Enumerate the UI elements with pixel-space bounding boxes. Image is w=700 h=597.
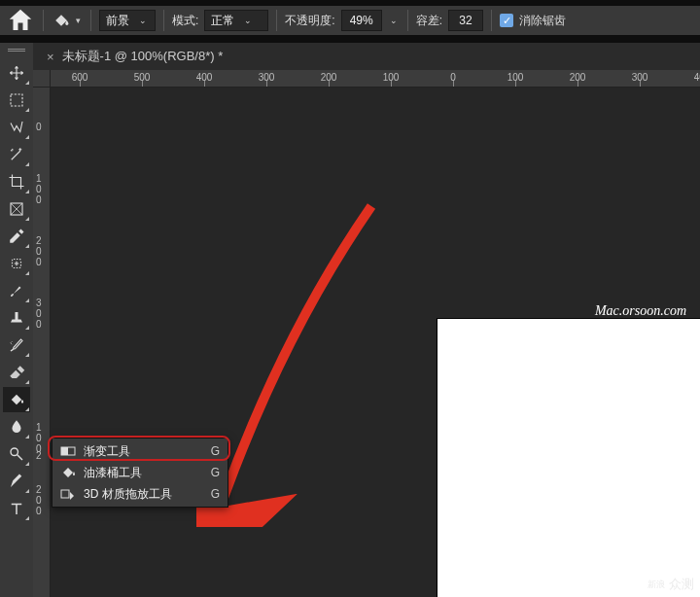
flyout-shortcut: G xyxy=(211,487,220,501)
antialias-checkbox[interactable]: ✓ xyxy=(500,14,513,27)
svg-rect-6 xyxy=(61,490,69,498)
opacity-value[interactable]: 49% xyxy=(341,10,382,31)
foreground-label: 前景 xyxy=(106,13,129,29)
opacity-label: 不透明度: xyxy=(285,13,334,29)
material-drop-icon xyxy=(60,486,76,502)
flyout-gradient-tool[interactable]: 渐变工具 G xyxy=(52,440,228,462)
flyout-shortcut: G xyxy=(211,466,220,479)
flyout-label: 3D 材质拖放工具 xyxy=(84,486,172,503)
separator xyxy=(90,10,91,31)
watermark-text: Mac.orsoon.com xyxy=(595,303,686,319)
svg-rect-0 xyxy=(11,94,22,106)
home-icon xyxy=(6,6,35,35)
brand-small: 新浪 xyxy=(648,580,665,589)
marquee-tool[interactable] xyxy=(3,88,30,113)
flyout-shortcut: G xyxy=(211,444,220,458)
foreground-select[interactable]: 前景 ⌄ xyxy=(99,10,156,31)
chevron-down-icon: ⌄ xyxy=(137,16,149,25)
flyout-paint-bucket-tool[interactable]: 油漆桶工具 G xyxy=(52,462,228,483)
gradient-icon xyxy=(60,443,76,459)
separator xyxy=(43,10,44,31)
eraser-tool[interactable] xyxy=(3,360,30,385)
antialias-label: 消除锯齿 xyxy=(519,13,566,29)
tool-flyout: 渐变工具 G 油漆桶工具 G 3D 材质拖放工具 G xyxy=(52,438,228,508)
workspace: 6005004003002001000100200300400 01002003… xyxy=(33,70,700,597)
flyout-label: 油漆桶工具 xyxy=(84,465,142,481)
separator xyxy=(163,10,164,31)
paint-bucket-icon xyxy=(52,11,71,30)
tolerance-value[interactable]: 32 xyxy=(448,10,483,31)
svg-point-3 xyxy=(11,448,18,456)
ruler-corner xyxy=(33,70,51,88)
options-bar: ▾ 前景 ⌄ 模式: 正常 ⌄ 不透明度: 49% ⌄ 容差: 32 ✓ 消除锯… xyxy=(0,6,700,35)
brush-tool[interactable] xyxy=(3,278,30,303)
panel-grip[interactable] xyxy=(8,49,25,54)
brand-watermark: 新浪 众测 xyxy=(648,576,694,593)
document-tabbar: × 未标题-1 @ 100%(RGB/8*) * xyxy=(33,43,700,70)
separator xyxy=(276,10,277,31)
brand-big: 众测 xyxy=(669,576,694,593)
move-tool[interactable] xyxy=(3,60,30,86)
tolerance-label: 容差: xyxy=(416,13,442,29)
separator xyxy=(491,10,492,31)
svg-rect-5 xyxy=(61,447,68,455)
lasso-tool[interactable] xyxy=(3,115,30,140)
crop-tool[interactable] xyxy=(3,169,30,194)
close-tab-icon[interactable]: × xyxy=(47,50,54,64)
frame-tool[interactable] xyxy=(3,196,30,222)
paint-bucket-tool[interactable] xyxy=(3,387,30,412)
document-canvas[interactable] xyxy=(438,319,700,597)
separator xyxy=(407,10,408,31)
chevron-down-icon: ▾ xyxy=(74,16,83,25)
flyout-3d-material-tool[interactable]: 3D 材质拖放工具 G xyxy=(52,483,228,505)
pen-tool[interactable] xyxy=(3,469,30,494)
history-brush-tool[interactable] xyxy=(3,333,30,358)
magic-wand-tool[interactable] xyxy=(3,142,30,167)
mode-value: 正常 xyxy=(211,13,234,29)
mode-select[interactable]: 正常 ⌄ xyxy=(204,10,268,31)
chevron-down-icon[interactable]: ⌄ xyxy=(388,16,400,25)
fill-tool-indicator[interactable]: ▾ xyxy=(52,11,83,30)
dodge-tool[interactable] xyxy=(3,441,30,467)
home-button[interactable] xyxy=(6,8,35,33)
paint-bucket-icon xyxy=(60,465,76,480)
healing-tool[interactable] xyxy=(3,251,30,276)
ruler-horizontal[interactable]: 6005004003002001000100200300400 xyxy=(51,70,700,88)
blur-tool[interactable] xyxy=(3,414,30,439)
type-tool[interactable] xyxy=(3,496,30,521)
clone-stamp-tool[interactable] xyxy=(3,305,30,331)
ruler-vertical[interactable]: 01002003001002002 xyxy=(33,88,51,597)
flyout-label: 渐变工具 xyxy=(84,443,130,460)
document-tab[interactable]: 未标题-1 @ 100%(RGB/8*) * xyxy=(62,48,224,65)
chevron-down-icon: ⌄ xyxy=(242,16,254,25)
mode-label: 模式: xyxy=(172,13,198,29)
eyedropper-tool[interactable] xyxy=(3,224,30,249)
toolbox xyxy=(0,43,33,597)
canvas-area[interactable]: Mac.orsoon.com 新浪 众测 xyxy=(51,88,700,597)
